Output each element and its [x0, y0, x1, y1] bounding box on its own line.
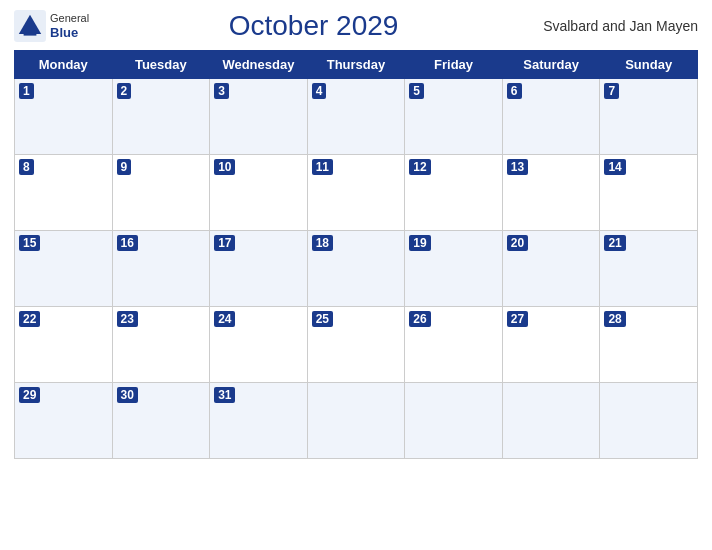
day-number-4: 4 [312, 83, 327, 99]
calendar-day-11: 11 [307, 155, 405, 231]
calendar-day-14: 14 [600, 155, 698, 231]
weekday-sunday: Sunday [600, 51, 698, 79]
day-number-16: 16 [117, 235, 138, 251]
weekday-wednesday: Wednesday [210, 51, 308, 79]
day-number-3: 3 [214, 83, 229, 99]
day-number-10: 10 [214, 159, 235, 175]
calendar-day-31: 31 [210, 383, 308, 459]
logo-text: General Blue [50, 12, 89, 41]
weekday-saturday: Saturday [502, 51, 600, 79]
day-number-12: 12 [409, 159, 430, 175]
day-number-5: 5 [409, 83, 424, 99]
calendar-day-30: 30 [112, 383, 210, 459]
calendar-day-1: 1 [15, 79, 113, 155]
logo-general-label: General [50, 12, 89, 25]
day-number-19: 19 [409, 235, 430, 251]
calendar-day-20: 20 [502, 231, 600, 307]
calendar-empty-cell [405, 383, 503, 459]
day-number-6: 6 [507, 83, 522, 99]
logo-blue-label: Blue [50, 25, 89, 41]
day-number-29: 29 [19, 387, 40, 403]
calendar-week-row-3: 15161718192021 [15, 231, 698, 307]
day-number-24: 24 [214, 311, 235, 327]
day-number-7: 7 [604, 83, 619, 99]
calendar-day-19: 19 [405, 231, 503, 307]
calendar-day-4: 4 [307, 79, 405, 155]
calendar-day-8: 8 [15, 155, 113, 231]
calendar-day-22: 22 [15, 307, 113, 383]
calendar-day-29: 29 [15, 383, 113, 459]
day-number-21: 21 [604, 235, 625, 251]
weekday-header-row: Monday Tuesday Wednesday Thursday Friday… [15, 51, 698, 79]
generalblue-logo-icon [14, 10, 46, 42]
calendar-day-12: 12 [405, 155, 503, 231]
day-number-9: 9 [117, 159, 132, 175]
calendar-day-21: 21 [600, 231, 698, 307]
day-number-1: 1 [19, 83, 34, 99]
calendar-week-row-1: 1234567 [15, 79, 698, 155]
weekday-friday: Friday [405, 51, 503, 79]
calendar-container: General Blue October 2029 Svalbard and J… [0, 0, 712, 550]
region-label: Svalbard and Jan Mayen [538, 18, 698, 34]
day-number-27: 27 [507, 311, 528, 327]
weekday-thursday: Thursday [307, 51, 405, 79]
svg-rect-2 [24, 32, 37, 35]
calendar-day-13: 13 [502, 155, 600, 231]
calendar-day-26: 26 [405, 307, 503, 383]
calendar-header: General Blue October 2029 Svalbard and J… [14, 10, 698, 42]
day-number-22: 22 [19, 311, 40, 327]
calendar-weekdays-header: Monday Tuesday Wednesday Thursday Friday… [15, 51, 698, 79]
day-number-13: 13 [507, 159, 528, 175]
calendar-week-row-5: 293031 [15, 383, 698, 459]
calendar-empty-cell [502, 383, 600, 459]
calendar-day-17: 17 [210, 231, 308, 307]
month-year-title: October 2029 [229, 10, 399, 41]
calendar-grid: Monday Tuesday Wednesday Thursday Friday… [14, 50, 698, 459]
day-number-17: 17 [214, 235, 235, 251]
day-number-31: 31 [214, 387, 235, 403]
calendar-day-10: 10 [210, 155, 308, 231]
calendar-day-24: 24 [210, 307, 308, 383]
day-number-8: 8 [19, 159, 34, 175]
calendar-day-7: 7 [600, 79, 698, 155]
calendar-day-3: 3 [210, 79, 308, 155]
calendar-day-6: 6 [502, 79, 600, 155]
calendar-title-area: October 2029 [89, 10, 538, 42]
calendar-week-row-2: 891011121314 [15, 155, 698, 231]
day-number-23: 23 [117, 311, 138, 327]
weekday-tuesday: Tuesday [112, 51, 210, 79]
day-number-20: 20 [507, 235, 528, 251]
day-number-2: 2 [117, 83, 132, 99]
calendar-week-row-4: 22232425262728 [15, 307, 698, 383]
day-number-11: 11 [312, 159, 333, 175]
calendar-day-16: 16 [112, 231, 210, 307]
calendar-day-18: 18 [307, 231, 405, 307]
day-number-18: 18 [312, 235, 333, 251]
calendar-day-2: 2 [112, 79, 210, 155]
calendar-day-9: 9 [112, 155, 210, 231]
calendar-day-27: 27 [502, 307, 600, 383]
day-number-26: 26 [409, 311, 430, 327]
calendar-empty-cell [600, 383, 698, 459]
day-number-15: 15 [19, 235, 40, 251]
calendar-day-28: 28 [600, 307, 698, 383]
calendar-body: 1234567891011121314151617181920212223242… [15, 79, 698, 459]
day-number-14: 14 [604, 159, 625, 175]
day-number-28: 28 [604, 311, 625, 327]
day-number-30: 30 [117, 387, 138, 403]
calendar-day-25: 25 [307, 307, 405, 383]
calendar-day-23: 23 [112, 307, 210, 383]
calendar-day-15: 15 [15, 231, 113, 307]
day-number-25: 25 [312, 311, 333, 327]
logo-area: General Blue [14, 10, 89, 42]
calendar-empty-cell [307, 383, 405, 459]
weekday-monday: Monday [15, 51, 113, 79]
calendar-day-5: 5 [405, 79, 503, 155]
